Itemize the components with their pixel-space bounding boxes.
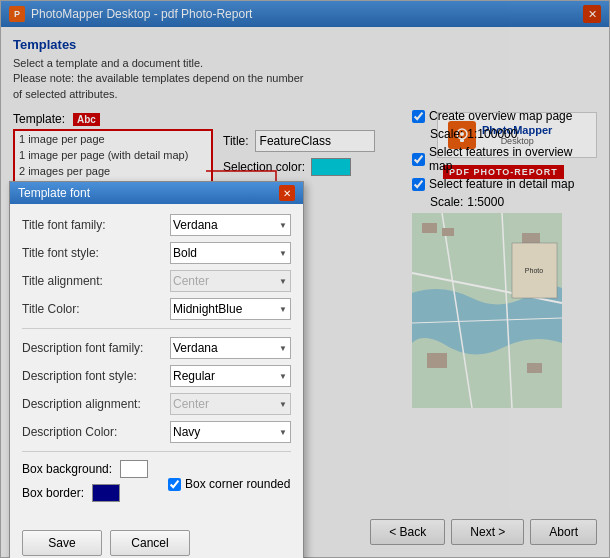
- box-bg-label: Box background:: [22, 462, 112, 476]
- template-font-dialog: Template font ✕ Title font family: Verda…: [9, 181, 304, 558]
- dialog-footer: Save Cancel: [10, 524, 303, 558]
- title-font-family-wrapper: Verdana Arial Times New Roman: [170, 214, 291, 236]
- title-color-row: Title Color: MidnightBlue Navy Black: [22, 298, 291, 320]
- dialog-title: Template font: [18, 186, 90, 200]
- box-border-label: Box border:: [22, 486, 84, 500]
- box-border-row: Box border:: [22, 484, 148, 502]
- box-corner-checkbox[interactable]: [168, 478, 181, 491]
- main-window: P PhotoMapper Desktop - pdf Photo-Report…: [0, 0, 610, 558]
- title-font-family-row: Title font family: Verdana Arial Times N…: [22, 214, 291, 236]
- save-button[interactable]: Save: [22, 530, 102, 556]
- desc-alignment-label: Description alignment:: [22, 397, 162, 411]
- title-alignment-select[interactable]: Center Left Right: [170, 270, 291, 292]
- title-font-style-label: Title font style:: [22, 246, 162, 260]
- desc-color-select[interactable]: Navy MidnightBlue Black: [170, 421, 291, 443]
- desc-font-style-wrapper: Regular Bold Italic: [170, 365, 291, 387]
- box-border-swatch[interactable]: [92, 484, 120, 502]
- title-font-family-label: Title font family:: [22, 218, 162, 232]
- title-font-style-select[interactable]: Bold Regular Italic: [170, 242, 291, 264]
- title-font-style-wrapper: Bold Regular Italic: [170, 242, 291, 264]
- box-corner-row: Box corner rounded: [168, 477, 290, 491]
- dialog-content: Title font family: Verdana Arial Times N…: [10, 204, 303, 524]
- desc-font-style-row: Description font style: Regular Bold Ita…: [22, 365, 291, 387]
- box-bg-column: Box background: Box border:: [22, 460, 148, 508]
- desc-color-wrapper: Navy MidnightBlue Black: [170, 421, 291, 443]
- title-color-wrapper: MidnightBlue Navy Black: [170, 298, 291, 320]
- desc-font-family-wrapper: Verdana Arial: [170, 337, 291, 359]
- box-bg-row: Box background:: [22, 460, 148, 478]
- title-alignment-row: Title alignment: Center Left Right: [22, 270, 291, 292]
- desc-font-style-select[interactable]: Regular Bold Italic: [170, 365, 291, 387]
- title-font-family-select[interactable]: Verdana Arial Times New Roman: [170, 214, 291, 236]
- dialog-titlebar: Template font ✕: [10, 182, 303, 204]
- desc-color-label: Description Color:: [22, 425, 162, 439]
- dialog-close-button[interactable]: ✕: [279, 185, 295, 201]
- desc-color-row: Description Color: Navy MidnightBlue Bla…: [22, 421, 291, 443]
- desc-font-family-select[interactable]: Verdana Arial: [170, 337, 291, 359]
- title-color-select[interactable]: MidnightBlue Navy Black: [170, 298, 291, 320]
- title-alignment-label: Title alignment:: [22, 274, 162, 288]
- title-font-style-row: Title font style: Bold Regular Italic: [22, 242, 291, 264]
- cancel-button[interactable]: Cancel: [110, 530, 190, 556]
- box-bg-swatch[interactable]: [120, 460, 148, 478]
- divider1: [22, 328, 291, 329]
- desc-font-family-label: Description font family:: [22, 341, 162, 355]
- desc-font-style-label: Description font style:: [22, 369, 162, 383]
- title-alignment-wrapper: Center Left Right: [170, 270, 291, 292]
- title-color-label: Title Color:: [22, 302, 162, 316]
- desc-alignment-row: Description alignment: Center Left: [22, 393, 291, 415]
- box-settings-row: Box background: Box border: Box corner r…: [22, 460, 291, 508]
- desc-alignment-wrapper: Center Left: [170, 393, 291, 415]
- desc-alignment-select[interactable]: Center Left: [170, 393, 291, 415]
- desc-font-family-row: Description font family: Verdana Arial: [22, 337, 291, 359]
- box-corner-label: Box corner rounded: [185, 477, 290, 491]
- divider2: [22, 451, 291, 452]
